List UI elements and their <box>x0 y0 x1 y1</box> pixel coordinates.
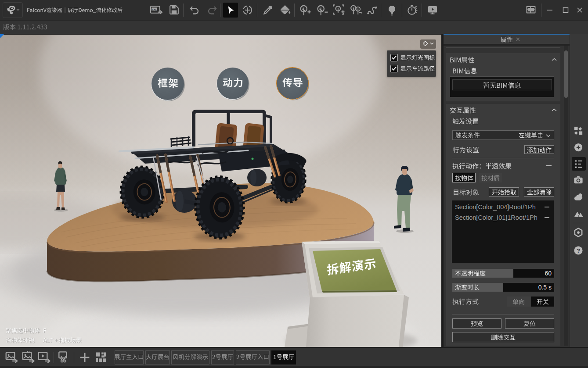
svg-text:EXE: EXE <box>152 8 157 11</box>
svg-text:AI: AI <box>27 351 31 353</box>
svg-text:?: ? <box>577 247 580 254</box>
